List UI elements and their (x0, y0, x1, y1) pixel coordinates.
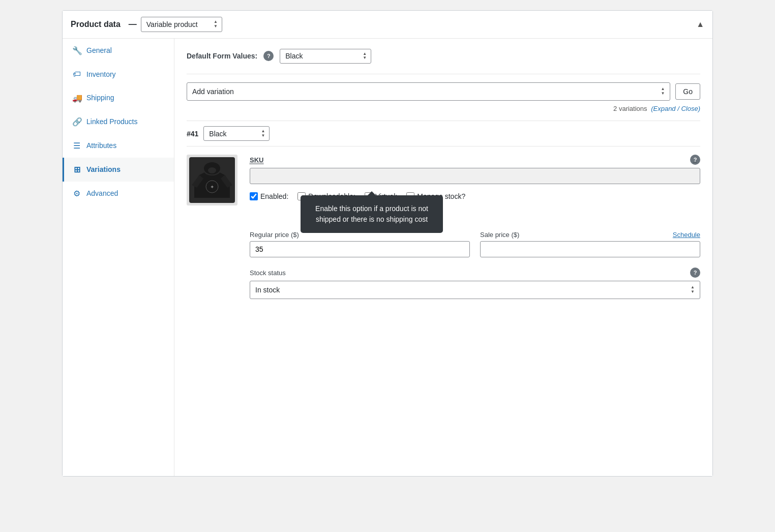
default-form-row: Default Form Values: ? Black ▲ ▼ (187, 49, 700, 64)
default-form-label: Default Form Values: (187, 52, 257, 60)
go-button[interactable]: Go (675, 83, 700, 100)
stock-status-section: Stock status ? In stock ▲ ▼ (250, 268, 700, 299)
default-form-arrows: ▲ ▼ (363, 52, 367, 61)
sidebar-item-linked-products[interactable]: 🔗 Linked Products (63, 110, 174, 134)
variation-color-arrows: ▲ ▼ (261, 129, 265, 138)
product-data-panel: Product data — Variable product ▲ ▼ ▲ 🔧 … (62, 10, 713, 477)
sale-price-label-text: Sale price ($) (480, 231, 519, 239)
truck-icon: 🚚 (72, 93, 81, 103)
virtual-tooltip: Enable this option if a product is not s… (301, 195, 443, 233)
variation-fields: SKU ? Enabled: Downloadable: (250, 155, 700, 299)
main-content: Default Form Values: ? Black ▲ ▼ Add var… (174, 39, 712, 476)
tooltip-text: Enable this option if a product is not s… (315, 204, 428, 223)
stock-label-row: Stock status ? (250, 268, 700, 278)
sku-input[interactable] (250, 168, 700, 184)
variation-number: #41 (187, 130, 198, 138)
variation-color-select[interactable]: Black ▲ ▼ (203, 126, 270, 141)
default-form-help-icon[interactable]: ? (263, 51, 274, 61)
sidebar-item-label: Shipping (86, 94, 114, 102)
default-form-select[interactable]: Black ▲ ▼ (280, 49, 371, 64)
sale-price-field: Sale price ($) Schedule (480, 231, 700, 257)
header-left: Product data — Variable product ▲ ▼ (71, 17, 222, 32)
sku-help-icon[interactable]: ? (690, 155, 700, 165)
sidebar-item-attributes[interactable]: ☰ Attributes (63, 134, 174, 158)
stock-status-select[interactable]: In stock ▲ ▼ (250, 281, 700, 299)
sidebar-item-label: Advanced (86, 189, 118, 197)
svg-text:✦: ✦ (210, 184, 214, 190)
collapse-icon[interactable]: ▲ (696, 20, 704, 29)
hoodie-svg: ✦ (189, 157, 235, 203)
sidebar-item-label: Variations (86, 165, 121, 173)
grid-icon: ⊞ (72, 165, 81, 174)
wrench-icon: 🔧 (72, 46, 81, 55)
add-variation-arrows: ▲ ▼ (661, 87, 665, 96)
sidebar-item-advanced[interactable]: ⚙ Advanced (63, 182, 174, 205)
variation-image[interactable]: ✦ (187, 155, 237, 205)
prices-row: Regular price ($) Sale price ($) Schedul… (250, 231, 700, 257)
product-data-title: Product data (71, 20, 121, 29)
enabled-checkbox[interactable] (250, 192, 258, 200)
tag-icon: 🏷 (72, 70, 81, 79)
sidebar: 🔧 General 🏷 Inventory 🚚 Shipping 🔗 Linke… (63, 39, 174, 476)
sidebar-item-label: General (86, 46, 112, 54)
gear-icon: ⚙ (72, 189, 81, 198)
regular-price-field: Regular price ($) (250, 231, 470, 257)
product-type-select[interactable]: Variable product ▲ ▼ (141, 17, 222, 32)
variations-count: 2 variations (Expand / Close) (187, 105, 700, 112)
sidebar-item-label: Inventory (86, 70, 116, 78)
product-data-header: Product data — Variable product ▲ ▼ ▲ (63, 11, 712, 39)
stock-status-value: In stock (255, 286, 280, 294)
product-type-value: Variable product (146, 20, 198, 28)
sidebar-item-general[interactable]: 🔧 General (63, 39, 174, 63)
divider-1 (187, 74, 700, 74)
expand-close-link[interactable]: (Expand / Close) (651, 105, 700, 112)
sidebar-item-variations[interactable]: ⊞ Variations (63, 158, 174, 182)
stock-label-text: Stock status (250, 269, 286, 277)
tooltip-box: Enable this option if a product is not s… (301, 195, 443, 233)
add-variation-label: Add variation (192, 87, 234, 96)
product-data-body: 🔧 General 🏷 Inventory 🚚 Shipping 🔗 Linke… (63, 39, 712, 476)
sale-price-input[interactable] (480, 241, 700, 257)
default-form-value: Black (285, 52, 303, 60)
sidebar-item-label: Attributes (86, 141, 116, 150)
sku-section: SKU ? (250, 155, 700, 184)
stock-status-arrows: ▲ ▼ (691, 285, 695, 294)
product-type-arrows: ▲ ▼ (214, 20, 218, 29)
enabled-checkbox-label[interactable]: Enabled: (250, 192, 288, 200)
list-icon: ☰ (72, 141, 81, 151)
variation-body: ✦ SKU ? (187, 146, 700, 307)
svg-point-4 (208, 167, 216, 173)
title-dash: — (129, 20, 137, 29)
stock-help-icon[interactable]: ? (690, 268, 700, 278)
variation-header: #41 Black ▲ ▼ (187, 121, 700, 146)
variations-count-text: 2 variations (613, 105, 647, 112)
schedule-link[interactable]: Schedule (673, 231, 700, 239)
sale-price-label-row: Sale price ($) Schedule (480, 231, 700, 239)
sidebar-item-shipping[interactable]: 🚚 Shipping (63, 86, 174, 110)
enabled-label: Enabled: (260, 192, 288, 200)
sku-label-row: SKU ? (250, 155, 700, 165)
sidebar-item-inventory[interactable]: 🏷 Inventory (63, 63, 174, 86)
add-variation-select[interactable]: Add variation ▲ ▼ (187, 82, 670, 101)
add-variation-row: Add variation ▲ ▼ Go (187, 82, 700, 101)
sidebar-item-label: Linked Products (86, 117, 137, 126)
sku-label-text: SKU (250, 156, 263, 164)
regular-price-input[interactable] (250, 241, 470, 257)
link-icon: 🔗 (72, 117, 81, 127)
variation-color-value: Black (209, 130, 226, 138)
